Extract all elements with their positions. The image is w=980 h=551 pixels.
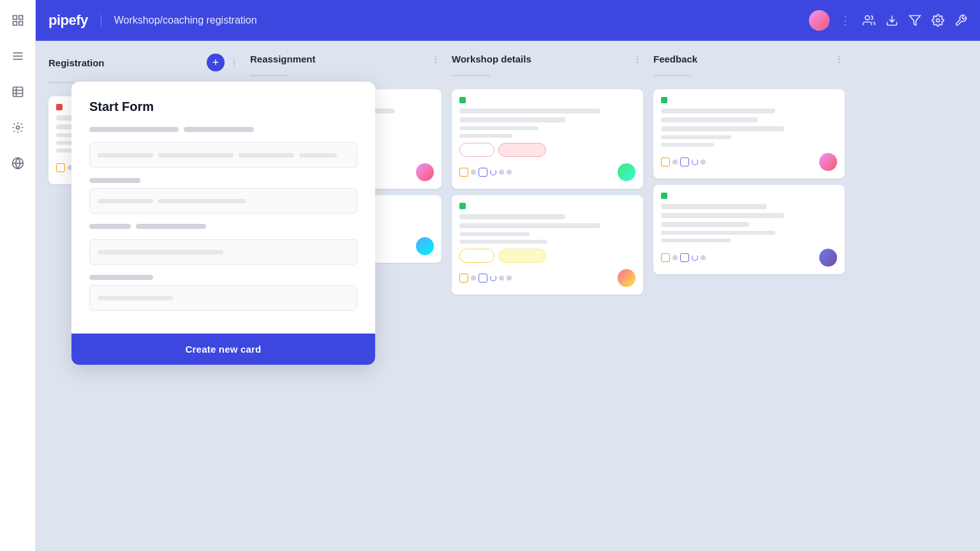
input-placeholder — [299, 153, 337, 158]
start-form-panel: Start Form — [71, 82, 375, 365]
svg-point-14 — [865, 16, 870, 20]
field-label-row-3 — [89, 224, 357, 234]
card-bottom — [661, 153, 837, 171]
card-tags — [661, 193, 837, 199]
column-header-feedback: Feedback ⋮ — [653, 54, 845, 64]
sidebar-item-grid[interactable] — [8, 10, 28, 31]
card-icon-checklist — [56, 163, 65, 172]
tag-green — [661, 193, 667, 199]
card-badge-pink — [459, 143, 494, 157]
card-line — [661, 135, 731, 139]
column-menu-feedback[interactable]: ⋮ — [835, 54, 845, 64]
add-card-button-registration[interactable]: + — [207, 54, 225, 71]
settings-icon[interactable] — [932, 14, 944, 27]
import-icon[interactable] — [886, 14, 898, 27]
members-icon[interactable] — [863, 14, 875, 27]
card-badge-yellow — [459, 249, 494, 263]
card-line — [459, 223, 600, 228]
card-icons — [459, 274, 512, 283]
form-input-3[interactable] — [89, 239, 357, 265]
card-icon-dot2 — [499, 276, 504, 281]
card-icon-sync — [490, 169, 496, 175]
wrench-icon[interactable] — [954, 14, 967, 27]
column-menu-reassignment[interactable]: ⋮ — [431, 54, 442, 64]
tag-green — [661, 97, 667, 103]
column-menu-registration[interactable]: ⋮ — [230, 57, 240, 68]
table-row[interactable] — [452, 89, 643, 189]
card-avatar — [618, 269, 635, 287]
form-field-4 — [89, 275, 357, 311]
card-icon-dot2 — [701, 159, 706, 165]
card-line — [459, 108, 600, 114]
create-new-card-button[interactable]: Create new card — [186, 344, 262, 355]
logo-text: pipefy — [48, 12, 88, 29]
field-label-row-1 — [89, 127, 357, 137]
header: pipefy Workshop/coaching registration ⋮ — [36, 0, 980, 41]
column-title-feedback: Feedback — [653, 54, 829, 64]
card-badges — [459, 143, 635, 157]
card-line — [661, 117, 758, 122]
card-line — [459, 232, 530, 236]
sidebar — [0, 0, 36, 551]
card-icon-checklist — [459, 274, 468, 283]
column-title-reassignment: Reassignment — [250, 54, 426, 64]
card-bottom — [661, 249, 837, 267]
card-line — [661, 231, 775, 235]
form-field-1 — [89, 127, 357, 168]
field-label-skeleton — [184, 127, 254, 132]
main-content: pipefy Workshop/coaching registration ⋮ — [36, 0, 980, 551]
card-icon-dot — [672, 159, 678, 165]
field-label-skeleton — [89, 127, 179, 132]
sidebar-item-global[interactable] — [8, 153, 28, 173]
column-bar-reassignment — [250, 75, 288, 77]
sidebar-item-automation[interactable] — [8, 117, 28, 138]
card-icon-dot — [672, 255, 678, 260]
form-input-1[interactable] — [89, 142, 357, 168]
filter-icon[interactable] — [909, 14, 921, 27]
form-field-2 — [89, 178, 357, 214]
column-workshop-details: Workshop details ⋮ — [452, 54, 643, 538]
card-avatar — [819, 249, 837, 267]
card-line — [459, 240, 547, 244]
input-placeholder — [239, 153, 294, 158]
table-row[interactable] — [653, 185, 845, 274]
field-label-skeleton — [89, 178, 140, 183]
card-icon-attach — [479, 168, 487, 177]
card-line — [661, 143, 714, 147]
header-menu-icon[interactable]: ⋮ — [840, 13, 852, 27]
header-actions: ⋮ — [809, 10, 967, 31]
column-title-registration: Registration — [48, 57, 202, 68]
input-placeholder — [98, 199, 153, 203]
column-bar-feedback — [653, 75, 692, 77]
field-label-skeleton — [89, 275, 153, 280]
sidebar-item-list[interactable] — [8, 46, 28, 66]
card-line — [661, 222, 749, 227]
card-avatar — [618, 163, 635, 181]
table-row[interactable] — [653, 89, 845, 179]
svg-point-11 — [16, 126, 19, 129]
card-icon-dot2 — [499, 170, 504, 175]
field-label-skeleton — [136, 224, 206, 229]
card-tags — [661, 97, 837, 103]
column-menu-workshop[interactable]: ⋮ — [633, 54, 643, 64]
input-placeholder — [98, 296, 173, 300]
card-icons — [661, 158, 706, 166]
cards-workshop — [452, 89, 643, 295]
form-input-4[interactable] — [89, 285, 357, 311]
card-icon-dot3 — [507, 276, 512, 281]
card-icon-dot — [471, 276, 476, 281]
table-row[interactable] — [452, 195, 643, 295]
card-icon-attach — [680, 253, 689, 262]
tag-green — [459, 203, 466, 209]
card-icon-sync — [692, 254, 698, 261]
card-badge-pink-filled — [498, 143, 546, 157]
column-title-workshop: Workshop details — [452, 54, 628, 64]
column-header-reassignment: Reassignment ⋮ — [250, 54, 442, 64]
sidebar-item-table[interactable] — [8, 82, 28, 102]
card-line — [661, 213, 784, 218]
card-avatar — [416, 237, 434, 255]
user-avatar[interactable] — [809, 10, 829, 31]
board: Registration + ⋮ — [36, 41, 980, 551]
card-line — [459, 117, 565, 122]
form-input-2[interactable] — [89, 188, 357, 214]
